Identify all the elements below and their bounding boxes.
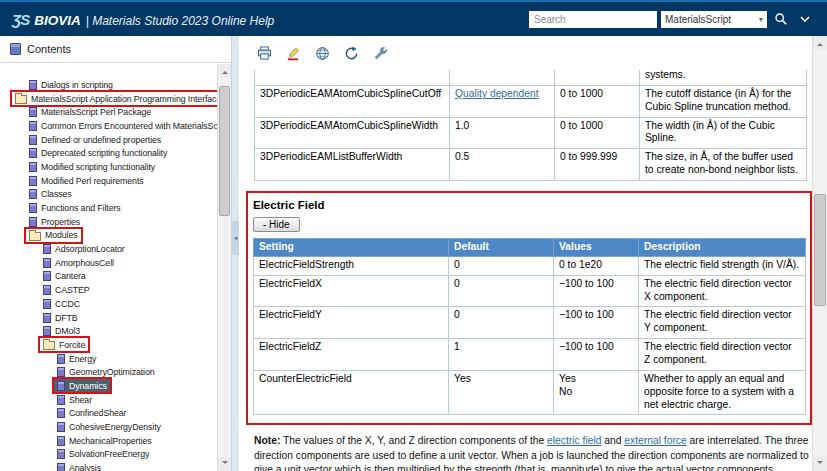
page-icon [29, 121, 37, 131]
tree-item-inner: Modules [26, 229, 81, 242]
default-cell: 0 [449, 275, 554, 307]
tree-item-label: MaterialsScript Application Programming … [31, 94, 217, 104]
page-icon [29, 176, 37, 186]
scroll-up-arrow[interactable] [813, 36, 827, 50]
tree-item[interactable]: Analysis [0, 461, 217, 471]
content-scrollbar-thumb[interactable] [814, 194, 826, 306]
tree-item[interactable]: SolvationFreeEnergy [0, 448, 217, 462]
note-text: The values of the X, Y, and Z direction … [280, 435, 547, 446]
tree-item[interactable]: DMol3 [0, 324, 217, 338]
tools-button[interactable] [370, 43, 390, 63]
scroll-down-arrow[interactable] [218, 457, 231, 471]
electric-field-heading: Electric Field [253, 199, 805, 211]
note-text: and [601, 435, 624, 446]
tree-item[interactable]: AmorphousCell [0, 256, 217, 270]
contents-header[interactable]: Contents [0, 36, 231, 63]
tree-item-inner: AmorphousCell [40, 256, 117, 269]
sidebar-scrollbar-thumb[interactable] [219, 86, 230, 216]
page-icon [57, 422, 65, 432]
tree-item-label: Modules [45, 230, 78, 240]
setting-cell: CounterElectricField [254, 370, 449, 415]
highlight-icon [286, 46, 301, 61]
content-scrollbar[interactable] [812, 36, 827, 471]
tree-item[interactable]: Dialogs in scripting [0, 78, 217, 92]
description-cell: The size, in Å, of the buffer used to cr… [640, 149, 807, 181]
table-row: systems. [255, 70, 807, 85]
search-options-button[interactable] [795, 9, 815, 29]
tree-item[interactable]: CASTEP [0, 283, 217, 297]
page-icon [29, 162, 37, 172]
browse-button[interactable] [312, 43, 332, 63]
values-cell: −100 to 100 [554, 275, 639, 307]
search-scope-dropdown[interactable]: MaterialsScript ▾ [661, 11, 767, 28]
tree-item[interactable]: Shear [0, 393, 217, 407]
default-value-link[interactable]: Quality dependent [455, 88, 539, 99]
hide-electric-field-button[interactable]: - Hide [253, 217, 300, 232]
tree-item-label: AdsorptionLocator [55, 244, 125, 254]
tree-item-label: CCDC [55, 299, 80, 309]
column-header-values: Values [554, 239, 639, 257]
tree-item[interactable]: Deprecated scripting functionality [0, 146, 217, 160]
tree-item[interactable]: Classes [0, 188, 217, 202]
tree-item-inner: MaterialsScript Perl Package [26, 106, 154, 119]
tree-item[interactable]: CCDC [0, 297, 217, 311]
tree-item-label: SolvationFreeEnergy [69, 449, 149, 459]
tree-item[interactable]: Functions and Filters [0, 201, 217, 215]
refresh-button[interactable] [341, 43, 361, 63]
tree-item-inner: Dialogs in scripting [26, 78, 116, 91]
tree-item[interactable]: Defined or undefined properties [0, 133, 217, 147]
table-header-row: Setting Default Values Description [254, 239, 806, 257]
tree-item[interactable]: GeometryOptimization [0, 365, 217, 379]
tree-item[interactable]: MaterialsScript Application Programming … [0, 92, 217, 106]
tree-item[interactable]: Properties [0, 215, 217, 229]
pane-splitter[interactable]: ◄ [232, 36, 239, 471]
collapse-sidebar-button[interactable]: ◄ [232, 221, 239, 255]
electric-field-link[interactable]: electric field [547, 435, 601, 446]
tree-item[interactable]: MaterialsScript Perl Package [0, 105, 217, 119]
workspace: Contents Dialogs in scripting MaterialsS… [0, 36, 827, 471]
external-force-link[interactable]: external force [624, 435, 686, 446]
page-icon [29, 189, 37, 199]
sidebar-scrollbar[interactable] [217, 64, 231, 471]
tree-item-label: Analysis [69, 463, 101, 471]
search-button[interactable] [771, 9, 791, 29]
tree-item-label: Classes [41, 189, 72, 199]
tree-item-inner: AdsorptionLocator [40, 243, 128, 256]
tree-item[interactable]: Modules [0, 229, 217, 243]
3ds-logo-icon: ƷS [12, 11, 29, 28]
tree-item-inner: DFTB [40, 311, 81, 324]
search-input[interactable] [529, 11, 657, 28]
tree-item-inner: Classes [26, 188, 75, 201]
tree-item-label: DFTB [55, 313, 78, 323]
tree-item[interactable]: DFTB [0, 311, 217, 325]
tree-item[interactable]: Energy [0, 352, 217, 366]
tree-item-label: Dynamics [69, 381, 107, 391]
tree-item-label: Deprecated scripting functionality [41, 148, 167, 158]
page-icon [29, 80, 37, 90]
tree-item[interactable]: ConfinedShear [0, 407, 217, 421]
tree-item-inner: GeometryOptimization [54, 366, 158, 379]
tree-item[interactable]: Cantera [0, 270, 217, 284]
biovia-logo-text: BIOVIA [34, 13, 81, 28]
tree-item[interactable]: Modified scripting functionality [0, 160, 217, 174]
tree-item[interactable]: AdsorptionLocator [0, 242, 217, 256]
tree-item-inner: Energy [54, 352, 99, 365]
scroll-up-arrow[interactable] [218, 64, 231, 78]
tree-item[interactable]: Common Errors Encountered with Materials… [0, 119, 217, 133]
page-icon [43, 285, 51, 295]
tree-item[interactable]: CohesiveEnergyDensity [0, 420, 217, 434]
wrench-icon [373, 46, 388, 61]
tree-item[interactable]: Dynamics [0, 379, 217, 393]
print-button[interactable] [254, 43, 274, 63]
page-icon [29, 107, 37, 117]
scroll-down-arrow[interactable] [813, 457, 827, 471]
page-icon [57, 449, 65, 459]
tree-item[interactable]: MechanicalProperties [0, 434, 217, 448]
highlight-button[interactable] [283, 43, 303, 63]
tree-item-label: Dialogs in scripting [41, 80, 113, 90]
tree-item-label: GeometryOptimization [69, 367, 155, 377]
tree-item[interactable]: Modified Perl requirements [0, 174, 217, 188]
header: ƷS BIOVIA | Materials Studio 2023 Online… [0, 0, 827, 36]
tree-item[interactable]: Forcite [0, 338, 217, 352]
setting-cell: ElectricFieldZ [254, 339, 449, 371]
